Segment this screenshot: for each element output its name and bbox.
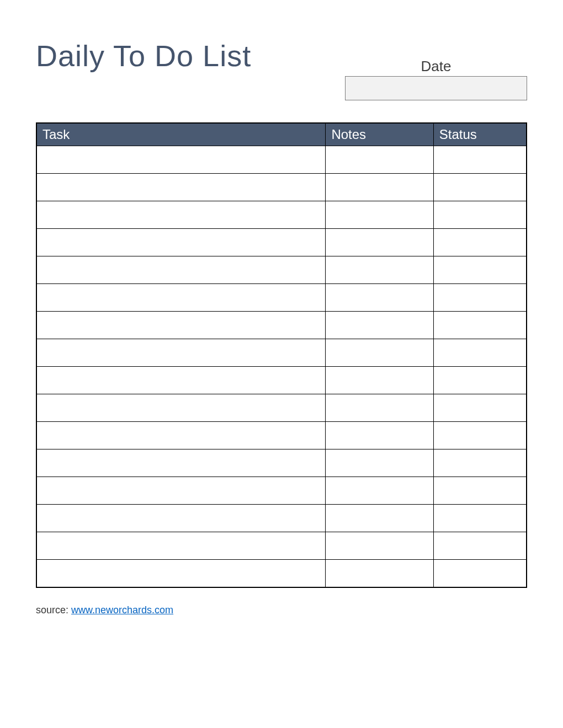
cell-status[interactable]	[433, 394, 527, 422]
table-row	[36, 256, 527, 284]
cell-status[interactable]	[433, 174, 527, 201]
col-notes: Notes	[326, 123, 433, 146]
date-block: Date	[345, 58, 527, 100]
table-row	[36, 229, 527, 256]
table-row	[36, 201, 527, 229]
cell-notes[interactable]	[326, 422, 433, 449]
cell-status[interactable]	[433, 560, 527, 587]
cell-status[interactable]	[433, 229, 527, 256]
cell-notes[interactable]	[326, 201, 433, 229]
cell-task[interactable]	[36, 505, 326, 532]
cell-status[interactable]	[433, 284, 527, 312]
cell-status[interactable]	[433, 449, 527, 477]
cell-status[interactable]	[433, 201, 527, 229]
cell-status[interactable]	[433, 146, 527, 174]
table-row	[36, 367, 527, 394]
cell-status[interactable]	[433, 339, 527, 367]
cell-status[interactable]	[433, 422, 527, 449]
cell-status[interactable]	[433, 505, 527, 532]
table-row	[36, 532, 527, 560]
source-link[interactable]: www.neworchards.com	[71, 604, 173, 615]
cell-status[interactable]	[433, 477, 527, 505]
col-task: Task	[36, 123, 326, 146]
page-container: Daily To Do List Date Task Notes Status	[0, 0, 563, 616]
page-title: Daily To Do List	[36, 39, 251, 73]
cell-notes[interactable]	[326, 560, 433, 587]
todo-table: Task Notes Status	[36, 122, 527, 588]
cell-notes[interactable]	[326, 284, 433, 312]
cell-notes[interactable]	[326, 532, 433, 560]
cell-status[interactable]	[433, 312, 527, 339]
table-row	[36, 339, 527, 367]
cell-notes[interactable]	[326, 394, 433, 422]
table-row	[36, 312, 527, 339]
table-row	[36, 477, 527, 505]
cell-task[interactable]	[36, 146, 326, 174]
table-row	[36, 449, 527, 477]
date-label: Date	[345, 58, 527, 75]
cell-task[interactable]	[36, 367, 326, 394]
table-row	[36, 505, 527, 532]
cell-task[interactable]	[36, 256, 326, 284]
col-status: Status	[433, 123, 527, 146]
cell-task[interactable]	[36, 449, 326, 477]
cell-task[interactable]	[36, 422, 326, 449]
cell-task[interactable]	[36, 339, 326, 367]
cell-notes[interactable]	[326, 256, 433, 284]
table-row	[36, 284, 527, 312]
table-row	[36, 394, 527, 422]
cell-notes[interactable]	[326, 174, 433, 201]
cell-notes[interactable]	[326, 505, 433, 532]
cell-task[interactable]	[36, 477, 326, 505]
table-header-row: Task Notes Status	[36, 123, 527, 146]
table-row	[36, 146, 527, 174]
cell-notes[interactable]	[326, 229, 433, 256]
cell-task[interactable]	[36, 174, 326, 201]
table-row	[36, 422, 527, 449]
cell-status[interactable]	[433, 367, 527, 394]
cell-task[interactable]	[36, 201, 326, 229]
cell-notes[interactable]	[326, 339, 433, 367]
cell-notes[interactable]	[326, 449, 433, 477]
table-row	[36, 174, 527, 201]
cell-task[interactable]	[36, 394, 326, 422]
cell-notes[interactable]	[326, 146, 433, 174]
cell-status[interactable]	[433, 532, 527, 560]
source-line: source: www.neworchards.com	[36, 604, 527, 616]
table-body	[36, 146, 527, 587]
cell-notes[interactable]	[326, 312, 433, 339]
table-row	[36, 560, 527, 587]
cell-task[interactable]	[36, 229, 326, 256]
cell-task[interactable]	[36, 560, 326, 587]
cell-task[interactable]	[36, 532, 326, 560]
cell-task[interactable]	[36, 284, 326, 312]
date-input[interactable]	[345, 76, 527, 100]
source-prefix: source:	[36, 604, 71, 615]
cell-notes[interactable]	[326, 477, 433, 505]
cell-status[interactable]	[433, 256, 527, 284]
header-area: Daily To Do List Date	[36, 39, 527, 100]
cell-notes[interactable]	[326, 367, 433, 394]
cell-task[interactable]	[36, 312, 326, 339]
